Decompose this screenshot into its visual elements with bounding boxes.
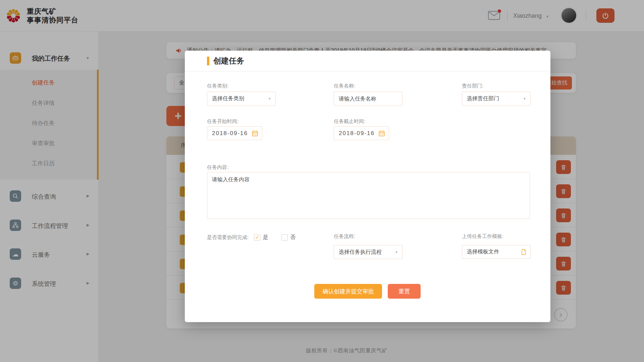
- collab-no-checkbox[interactable]: [281, 234, 288, 241]
- department-value: 选择责任部门: [467, 95, 499, 102]
- task-name-input[interactable]: [334, 92, 402, 106]
- template-file-picker[interactable]: 选择模板文件: [462, 245, 531, 259]
- collab-no-label: 否: [290, 234, 296, 241]
- modal-title: 创建任务: [213, 56, 244, 66]
- chevron-down-icon: ▼: [268, 97, 271, 101]
- end-date-picker[interactable]: 2018-09-16: [334, 126, 389, 140]
- end-date-label: 任务截止时间:: [334, 118, 365, 125]
- calendar-icon: [378, 130, 385, 137]
- department-label: 责任部门:: [462, 83, 483, 89]
- chevron-down-icon: ▼: [395, 250, 398, 254]
- start-date-picker[interactable]: 2018-09-16: [207, 126, 262, 140]
- task-category-select[interactable]: 选择任务类别 ▼: [207, 92, 276, 106]
- collab-group: 是否需要协同完成: ✓ 是 否: [207, 234, 296, 241]
- start-date-label: 任务开始时间:: [207, 118, 238, 125]
- end-date-value: 2018-09-16: [339, 130, 375, 137]
- task-content-label: 任务内容:: [207, 164, 228, 171]
- collab-yes-checkbox[interactable]: ✓: [254, 234, 260, 241]
- department-select[interactable]: 选择责任部门 ▼: [462, 92, 531, 106]
- check-icon: ✓: [255, 235, 259, 240]
- task-content-textarea[interactable]: [207, 172, 530, 219]
- reset-button[interactable]: 重置: [388, 284, 421, 299]
- task-category-label: 任务类别:: [207, 83, 228, 89]
- title-accent-bar: [207, 57, 209, 65]
- flow-value: 选择任务执行流程: [339, 249, 382, 256]
- task-category-value: 选择任务类别: [212, 95, 244, 102]
- collab-label: 是否需要协同完成:: [207, 234, 249, 241]
- file-icon: [520, 248, 527, 256]
- flow-label: 任务流程:: [334, 233, 355, 240]
- create-task-modal: 创建任务 任务类别: 选择任务类别 ▼ 任务名称: 责任部门: 选择责任部门 ▼…: [185, 51, 550, 322]
- modal-header: 创建任务: [185, 51, 550, 71]
- flow-select[interactable]: 选择任务执行流程 ▼: [334, 245, 402, 259]
- collab-yes-label: 是: [263, 234, 268, 241]
- chevron-down-icon: ▼: [523, 97, 526, 101]
- submit-button[interactable]: 确认创建并提交审批: [314, 284, 382, 299]
- page: 重庆气矿 事事清协同平台 Xiaozhang▼: [0, 0, 644, 362]
- template-label: 上传任务工作模板:: [462, 233, 503, 240]
- start-date-value: 2018-09-16: [212, 130, 248, 137]
- calendar-icon: [251, 130, 259, 137]
- task-name-label: 任务名称:: [334, 83, 355, 89]
- template-value: 选择模板文件: [467, 248, 499, 255]
